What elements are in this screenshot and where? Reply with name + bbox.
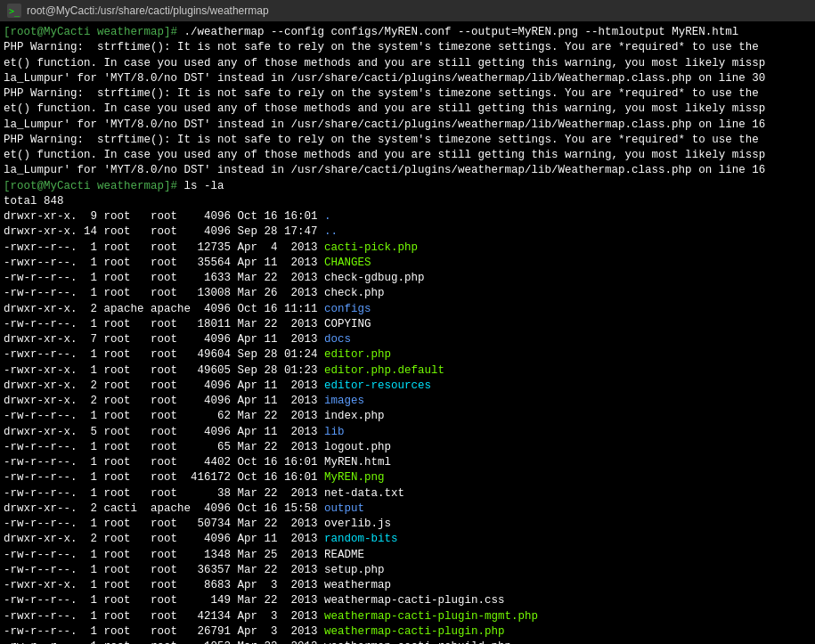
terminal-line: drwxr-xr-x. 9 root root 4096 Oct 16 16:0… [4, 209, 811, 224]
terminal-line: -rw-r--r--. 1 root root 13008 Mar 26 201… [4, 286, 811, 301]
terminal-line: -rw-r--r--. 1 root root 4402 Oct 16 16:0… [4, 455, 811, 470]
terminal-line: -rw-r--r--. 1 root root 65 Mar 22 2013 l… [4, 440, 811, 455]
terminal-text: -rw-r--r--. 1 root root 65 Mar 22 2013 l… [4, 441, 391, 453]
terminal-line: et() function. In case you used any of t… [4, 102, 811, 117]
terminal-text: -rwxr-xr-x. 1 root root 8683 Apr 3 2013 … [4, 579, 391, 591]
terminal-line: -rw-r--r--. 1 root root 1052 Mar 22 2013… [4, 640, 811, 644]
terminal-line: [root@MyCacti weathermap]# ls -la [4, 179, 811, 194]
terminal-text: -rw-r--r--. 1 root root 26791 Apr 3 2013 [4, 625, 324, 638]
terminal-line: [root@MyCacti weathermap]# ./weathermap … [4, 25, 811, 40]
terminal-line: -rwxr--r--. 1 root root 12735 Apr 4 2013… [4, 240, 811, 256]
title-bar: >_ root@MyCacti:/usr/share/cacti/plugins… [0, 0, 815, 21]
terminal-line: -rwxr--r--. 1 root root 35564 Apr 11 201… [4, 256, 811, 271]
terminal-line: drwxr-xr--. 2 cacti apache 4096 Oct 16 1… [4, 501, 811, 517]
terminal-line: -rw-r--r--. 1 root root 62 Mar 22 2013 i… [4, 409, 811, 424]
terminal-text: drwxr-xr-x. 2 root root 4096 Apr 11 2013 [4, 379, 324, 392]
terminal-text: -rwxr-xr-x. 1 root root 49605 Sep 28 01:… [4, 364, 324, 377]
terminal-text: drwxr-xr-x. 2 apache apache 4096 Oct 16 … [4, 303, 324, 315]
terminal-line: PHP Warning: strftime(): It is not safe … [4, 133, 811, 148]
terminal-line: la_Lumpur' for 'MYT/8.0/no DST' instead … [4, 118, 811, 133]
terminal-text: output [324, 502, 364, 515]
terminal-text: -rwxr--r--. 1 root root 42134 Apr 3 2013 [4, 610, 324, 623]
terminal-text: -rw-r--r--. 1 root root 1052 Mar 22 2013… [4, 640, 511, 644]
terminal-text: et() function. In case you used any of t… [4, 149, 765, 161]
terminal-line: la_Lumpur' for 'MYT/8.0/no DST' instead … [4, 163, 811, 178]
terminal-text: -rw-r--r--. 1 root root 1633 Mar 22 2013… [4, 272, 425, 284]
terminal-text: -rwxr--r--. 1 root root 12735 Apr 4 2013 [4, 241, 324, 254]
terminal-text: ls -la [184, 180, 224, 192]
terminal-line: -rw-r--r--. 1 root root 416172 Oct 16 16… [4, 470, 811, 485]
terminal-text: cacti-pick.php [324, 241, 418, 254]
terminal-text: -rw-r--r--. 1 root root 62 Mar 22 2013 i… [4, 410, 385, 422]
terminal-text: drwxr-xr-x. 9 root root 4096 Oct 16 16:0… [4, 210, 324, 223]
terminal-text: editor.php [324, 348, 391, 361]
terminal-text: configs [324, 303, 371, 315]
terminal-text: PHP Warning: strftime(): It is not safe … [4, 134, 759, 146]
terminal-text: PHP Warning: strftime(): It is not safe … [4, 41, 759, 53]
terminal-line: et() function. In case you used any of t… [4, 56, 811, 71]
terminal-text: -rw-r--r--. 1 root root 38 Mar 22 2013 n… [4, 487, 404, 500]
terminal-text: la_Lumpur' for 'MYT/8.0/no DST' instead … [4, 72, 765, 85]
terminal-text: ./weathermap --config configs/MyREN.conf… [184, 26, 739, 38]
terminal-text: -rw-r--r--. 1 root root 4402 Oct 16 16:0… [4, 456, 391, 469]
terminal-text: CHANGES [324, 257, 371, 269]
terminal-text: drwxr-xr-x. 14 root root 4096 Sep 28 17:… [4, 225, 324, 238]
terminal-text: et() function. In case you used any of t… [4, 102, 765, 115]
terminal-text: -rw-r--r--. 1 root root 416172 Oct 16 16… [4, 471, 324, 484]
terminal-text: -rw-r--r--. 1 root root 1348 Mar 25 2013… [4, 549, 364, 561]
terminal-line: -rw-r--r--. 1 root root 36357 Mar 22 201… [4, 563, 811, 578]
terminal-text: editor.php.default [324, 364, 444, 377]
terminal-line: -rw-r--r--. 1 root root 50734 Mar 22 201… [4, 517, 811, 532]
terminal-text: -rw-r--r--. 1 root root 18011 Mar 22 201… [4, 318, 371, 330]
terminal-line: -rwxr-xr-x. 1 root root 49605 Sep 28 01:… [4, 363, 811, 379]
terminal-icon: >_ [7, 4, 21, 18]
terminal-text: -rwxr--r--. 1 root root 35564 Apr 11 201… [4, 257, 324, 269]
terminal-text: la_Lumpur' for 'MYT/8.0/no DST' instead … [4, 118, 765, 131]
terminal-line: -rw-r--r--. 1 root root 1633 Mar 22 2013… [4, 271, 811, 286]
terminal-text: -rw-r--r--. 1 root root 13008 Mar 26 201… [4, 287, 385, 299]
terminal-text: drwxr-xr-x. 7 root root 4096 Apr 11 2013 [4, 333, 324, 346]
terminal-text: weathermap-cacti-plugin.php [324, 625, 505, 638]
terminal-text: images [324, 395, 364, 407]
terminal-line: -rw-r--r--. 1 root root 38 Mar 22 2013 n… [4, 486, 811, 501]
terminal-line: -rw-r--r--. 1 root root 26791 Apr 3 2013… [4, 624, 811, 640]
terminal-text: . [324, 210, 331, 223]
terminal-body: [root@MyCacti weathermap]# ./weathermap … [0, 21, 815, 644]
terminal-line: drwxr-xr-x. 14 root root 4096 Sep 28 17:… [4, 224, 811, 240]
terminal-text: PHP Warning: strftime(): It is not safe … [4, 87, 759, 100]
terminal-text: -rw-r--r--. 1 root root 149 Mar 22 2013 … [4, 594, 505, 607]
terminal-text: et() function. In case you used any of t… [4, 57, 765, 69]
terminal-text: lib [324, 426, 345, 438]
terminal-line: drwxr-xr-x. 5 root root 4096 Apr 11 2013… [4, 425, 811, 440]
terminal-line: et() function. In case you used any of t… [4, 148, 811, 163]
terminal-line: drwxr-xr-x. 2 root root 4096 Apr 11 2013… [4, 379, 811, 394]
terminal-text: random-bits [324, 533, 398, 545]
svg-text:>_: >_ [9, 6, 20, 17]
terminal-text: drwxr-xr-x. 5 root root 4096 Apr 11 2013 [4, 426, 324, 438]
terminal-line: PHP Warning: strftime(): It is not safe … [4, 86, 811, 102]
terminal-text: total 848 [4, 195, 64, 208]
terminal-text: -rw-r--r--. 1 root root 50734 Mar 22 201… [4, 518, 391, 530]
terminal-line: total 848 [4, 194, 811, 209]
terminal-text: drwxr-xr-x. 2 root root 4096 Apr 11 2013 [4, 395, 324, 407]
terminal-text: [root@MyCacti weathermap]# [4, 26, 184, 38]
terminal-line: -rwxr-xr-x. 1 root root 8683 Apr 3 2013 … [4, 578, 811, 593]
terminal-text: MyREN.png [324, 471, 385, 484]
terminal-text: -rwxr--r--. 1 root root 49604 Sep 28 01:… [4, 348, 324, 361]
terminal-line: -rwxr--r--. 1 root root 42134 Apr 3 2013… [4, 609, 811, 624]
terminal-line: -rw-r--r--. 1 root root 149 Mar 22 2013 … [4, 593, 811, 608]
terminal-line: -rw-r--r--. 1 root root 1348 Mar 25 2013… [4, 548, 811, 563]
terminal-line: PHP Warning: strftime(): It is not safe … [4, 40, 811, 55]
terminal-text: weathermap-cacti-plugin-mgmt.php [324, 610, 538, 623]
terminal-text: drwxr-xr-x. 2 root root 4096 Apr 11 2013 [4, 533, 324, 545]
terminal-line: drwxr-xr-x. 2 root root 4096 Apr 11 2013… [4, 394, 811, 409]
terminal-text: la_Lumpur' for 'MYT/8.0/no DST' instead … [4, 164, 765, 176]
terminal-line: -rwxr--r--. 1 root root 49604 Sep 28 01:… [4, 347, 811, 363]
terminal-line: -rw-r--r--. 1 root root 18011 Mar 22 201… [4, 317, 811, 332]
terminal-line: drwxr-xr-x. 2 root root 4096 Apr 11 2013… [4, 532, 811, 547]
terminal-text: docs [324, 333, 351, 346]
terminal-text: drwxr-xr--. 2 cacti apache 4096 Oct 16 1… [4, 502, 324, 515]
terminal-line: la_Lumpur' for 'MYT/8.0/no DST' instead … [4, 71, 811, 86]
terminal-line: drwxr-xr-x. 2 apache apache 4096 Oct 16 … [4, 302, 811, 317]
terminal-line: drwxr-xr-x. 7 root root 4096 Apr 11 2013… [4, 332, 811, 347]
